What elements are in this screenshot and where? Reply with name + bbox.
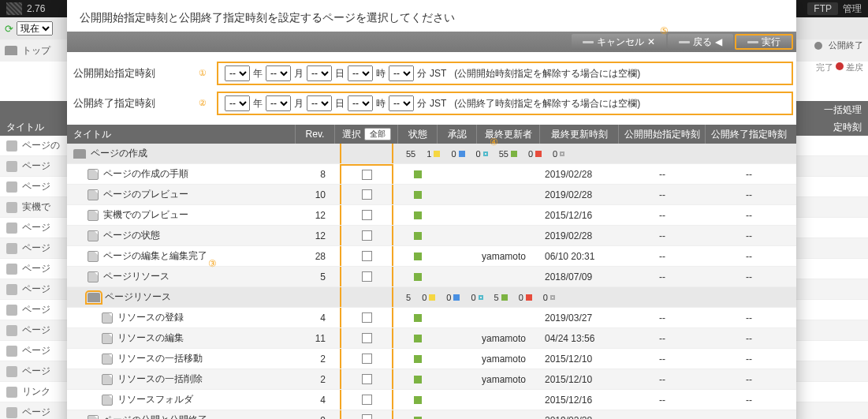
end-day-select[interactable]: --	[307, 95, 332, 111]
callout-3: ③	[206, 258, 218, 271]
header-select: 選択 全部	[335, 125, 398, 144]
start-hour-select[interactable]: --	[348, 65, 373, 81]
row-checkbox[interactable]	[362, 230, 372, 241]
header-start[interactable]: 公開開始指定時刻	[619, 125, 706, 144]
row-updated: 2015/12/16	[540, 205, 619, 225]
row-updater	[477, 226, 540, 245]
state-indicator	[414, 376, 422, 383]
row-updater	[477, 185, 540, 204]
ftp-label: FTP	[807, 2, 838, 15]
row-start: --	[619, 328, 706, 348]
modal-action-bar: キャンセル ✕ 戻る ◀ 実行	[67, 32, 796, 52]
select-all-button[interactable]: 全部	[364, 128, 391, 140]
row-checkbox[interactable]	[362, 333, 372, 343]
table-row[interactable]: ページの状態122019/02/28----	[67, 226, 796, 246]
row-end: --	[706, 390, 792, 410]
table-row[interactable]: リソースの一括移動2yamamoto2015/12/10----	[67, 349, 796, 369]
row-checkbox[interactable]	[362, 312, 372, 323]
row-title: リソースの一括削除	[117, 372, 203, 386]
row-rev: 28	[296, 246, 335, 266]
page-icon	[88, 230, 99, 241]
folder-row[interactable]: ページリソース5000500	[67, 287, 796, 308]
page-icon	[88, 415, 99, 420]
state-indicator	[414, 170, 422, 178]
start-month-select[interactable]: --	[266, 65, 291, 81]
row-checkbox[interactable]	[362, 189, 372, 200]
cancel-button[interactable]: キャンセル ✕	[572, 34, 666, 50]
table-row[interactable]: ページの作成の手順82019/02/28----	[67, 164, 796, 185]
table-row[interactable]: ページの公開と公開終了92019/02/28----	[67, 410, 796, 419]
header-updater[interactable]: 最終更新者	[477, 125, 540, 144]
header-end[interactable]: 公開終了指定時刻	[706, 125, 792, 144]
header-state[interactable]: 状態	[398, 125, 438, 144]
table-row[interactable]: リソースの一括削除2yamamoto2015/12/10----	[67, 369, 796, 390]
row-checkbox[interactable]	[362, 210, 372, 220]
row-updated: 2015/12/10	[540, 369, 619, 389]
row-title: ページの公開と公開終了	[103, 413, 207, 419]
start-min-select[interactable]: --	[389, 65, 414, 81]
state-indicator	[414, 335, 422, 342]
callout-2: ②	[196, 97, 209, 110]
start-year-select[interactable]: --	[225, 65, 250, 81]
row-updated: 06/10 20:31	[540, 246, 619, 266]
table-row[interactable]: ページリソース52018/07/09----	[67, 267, 796, 287]
page-icon	[102, 374, 113, 385]
table-row[interactable]: ページの編集と編集完了28yamamoto06/10 20:31----	[67, 246, 796, 267]
row-start: --	[619, 205, 706, 225]
end-month-select[interactable]: --	[266, 95, 291, 111]
row-start: --	[619, 410, 706, 419]
grid-header: タイトル Rev. 選択 全部 状態 承認 最終更新者 最終更新時刻 公開開始指…	[67, 125, 796, 144]
row-end: --	[706, 267, 792, 286]
row-checkbox[interactable]	[362, 374, 372, 384]
folder-icon	[5, 46, 17, 55]
end-hour-select[interactable]: --	[348, 95, 373, 111]
page-icon	[88, 210, 99, 221]
row-start: --	[619, 308, 706, 327]
end-time-inputs: --年 --月 --日 --時 --分 JST (公開終了時刻指定を解除する場合…	[217, 92, 793, 115]
table-row[interactable]: リソースの登録42019/03/27----	[67, 308, 796, 328]
row-title: リソースフォルダ	[117, 393, 193, 406]
row-checkbox[interactable]	[362, 414, 372, 419]
table-row[interactable]: ページのプレビュー102019/02/28----	[67, 185, 796, 205]
row-updated: 2019/03/27	[540, 308, 619, 327]
state-indicator	[414, 314, 422, 322]
end-min-select[interactable]: --	[389, 95, 414, 111]
folder-title: ページリソース	[105, 290, 171, 304]
version-label: 2.76	[27, 3, 45, 14]
row-start: --	[619, 267, 706, 286]
state-indicator	[414, 355, 422, 363]
start-day-select[interactable]: --	[307, 65, 332, 81]
schedule-modal: 公開開始指定時刻と公開終了指定時刻を設定するページを選択してください ⑤ キャン…	[67, 0, 796, 419]
end-year-select[interactable]: --	[225, 95, 250, 111]
folder-icon	[88, 293, 100, 302]
folder-title: ページの作成	[91, 147, 147, 160]
row-checkbox[interactable]	[362, 354, 372, 364]
back-button[interactable]: 戻る ◀	[668, 34, 733, 50]
table-row[interactable]: リソースの編集11yamamoto04/24 13:56----	[67, 328, 796, 349]
end-time-label: 公開終了指定時刻	[70, 96, 188, 110]
row-title: ページの状態	[103, 229, 160, 242]
table-row[interactable]: リソースフォルダ42015/12/16----	[67, 390, 796, 410]
row-updater	[477, 390, 540, 410]
row-rev: 12	[296, 205, 335, 225]
execute-button[interactable]: 実行	[735, 34, 793, 50]
header-approve[interactable]: 承認	[438, 125, 477, 144]
row-end: --	[706, 349, 792, 368]
row-rev: 2	[296, 369, 335, 389]
folder-row[interactable]: ページの作成551005500	[67, 144, 796, 164]
header-title[interactable]: タイトル	[67, 125, 296, 144]
row-start: --	[619, 246, 706, 266]
row-checkbox[interactable]	[362, 271, 372, 282]
header-updated[interactable]: 最終更新時刻	[540, 125, 619, 144]
row-end: --	[706, 246, 792, 266]
table-row[interactable]: 実機でのプレビュー122015/12/16----	[67, 205, 796, 226]
row-updater	[477, 267, 540, 286]
header-rev[interactable]: Rev.	[296, 125, 335, 144]
row-updater: yamamoto	[477, 349, 540, 368]
row-checkbox[interactable]	[362, 395, 372, 405]
page-icon	[88, 169, 99, 180]
row-checkbox[interactable]	[362, 170, 372, 180]
row-checkbox[interactable]	[362, 251, 372, 261]
refresh-icon: ⟳	[5, 23, 13, 35]
page-icon	[88, 189, 99, 200]
